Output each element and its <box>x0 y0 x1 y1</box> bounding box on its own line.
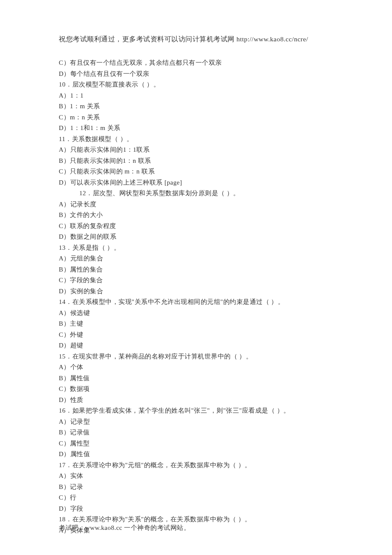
text-line: 17．在关系理论中称为"元组"的概念，在关系数据库中称为（ ）。 <box>59 460 333 471</box>
text-line: D）每个结点有且仅有一个双亲 <box>59 69 333 80</box>
text-line: 10．层次模型不能直接表示（ ）。 <box>59 79 333 90</box>
text-line: 11．关系数据模型（ ）。 <box>59 134 333 145</box>
text-line: 12．层次型、网状型和关系型数据库划分原则是（ ）。 <box>59 188 333 199</box>
text-line: B）记录 <box>59 482 333 493</box>
text-line: B）属性的集合 <box>59 264 333 275</box>
text-line: C）属性型 <box>59 438 333 449</box>
text-line: C）只能表示实体间的 m：n 联系 <box>59 166 333 177</box>
text-line: 13．关系是指（ ）。 <box>59 243 333 254</box>
text-line: D）1：1和1：m 关系 <box>59 123 333 134</box>
text-line: A）个体 <box>59 362 333 373</box>
text-line: D）可以表示实体间的上述三种联系 [page] <box>59 177 333 188</box>
text-line: C）外键 <box>59 330 333 341</box>
text-line: D）字段 <box>59 503 333 515</box>
text-line: A）实体 <box>59 471 333 482</box>
text-line: 15．在现实世界中，某种商品的名称对应于计算机世界中的（ ）。 <box>59 351 333 362</box>
text-line: B）只能表示实体间的1：n 联系 <box>59 156 333 167</box>
text-line: A）记录长度 <box>59 199 333 210</box>
text-line: B）记录值 <box>59 427 333 438</box>
text-line: A）1：1 <box>59 90 333 101</box>
content-body: C）有且仅有一个结点无双亲，其余结点都只有一个双亲D）每个结点有且仅有一个双亲1… <box>59 58 333 536</box>
page-header: 祝您考试顺利通过，更多考试资料可以访问计算机考试网 http://www.kao… <box>59 35 333 44</box>
text-line: A）候选键 <box>59 308 333 319</box>
text-line: D）超键 <box>59 340 333 351</box>
text-line: B）1：m 关系 <box>59 101 333 112</box>
text-line: C）m：n 关系 <box>59 112 333 123</box>
page-container: 祝您考试顺利通过，更多考试资料可以访问计算机考试网 http://www.kao… <box>0 0 392 536</box>
text-line: B）主键 <box>59 318 333 330</box>
text-line: 16．如果把学生看成实体，某个学生的姓名叫"张三"，则"张三"应看成是（ ）。 <box>59 405 333 416</box>
text-line: C）有且仅有一个结点无双亲，其余结点都只有一个双亲 <box>59 58 333 69</box>
text-line: D）属性值 <box>59 449 333 460</box>
text-line: A）记录型 <box>59 416 333 428</box>
text-line: A）只能表示实体间的1：1联系 <box>59 145 333 156</box>
text-line: 14．在关系模型中，实现"关系中不允许出现相同的元组"的约束是通过（ ）。 <box>59 297 333 308</box>
text-line: C）字段的集合 <box>59 275 333 286</box>
text-line: C）数据项 <box>59 384 333 395</box>
text-line: C）行 <box>59 492 333 503</box>
text-line: B）文件的大小 <box>59 210 333 221</box>
text-line: B）属性值 <box>59 373 333 384</box>
text-line: D）性质 <box>59 395 333 406</box>
page-footer: 考试吧：www.kao8.cc 一个神奇的考试网站。 <box>59 524 190 532</box>
text-line: D）实例的集合 <box>59 286 333 297</box>
text-line: 18．在关系理论中称为"关系"的概念，在关系数据库中称为（ ）。 <box>59 514 333 525</box>
text-line: D）数据之间的联系 <box>59 231 333 243</box>
text-line: A）元组的集合 <box>59 253 333 264</box>
text-line: C）联系的复杂程度 <box>59 221 333 232</box>
